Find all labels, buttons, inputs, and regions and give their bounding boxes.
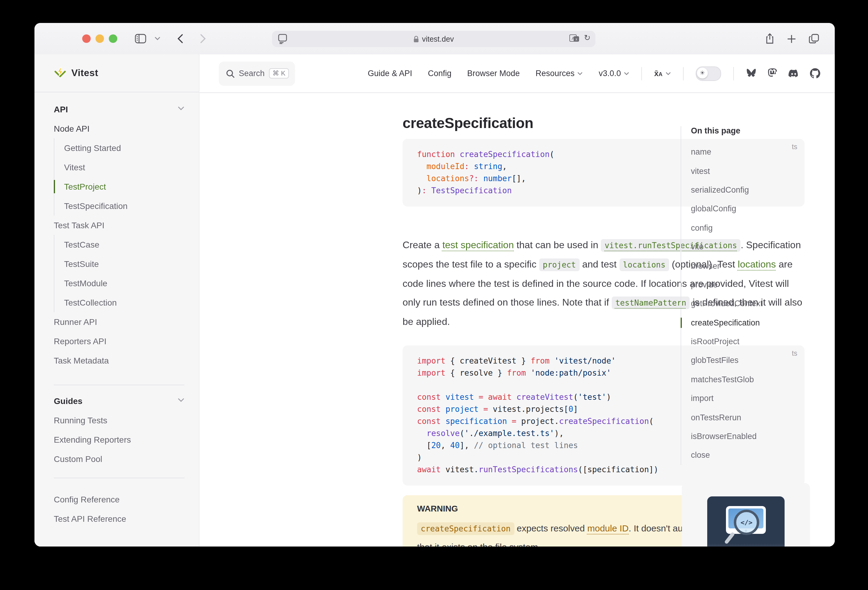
magnifier-code-icon: </> — [734, 510, 759, 535]
toc-item-getprovidedcontext[interactable]: getProvidedContext — [691, 294, 820, 313]
sidebar-item-testmodule[interactable]: TestModule — [55, 274, 199, 293]
toc-item-import[interactable]: import — [691, 389, 820, 408]
nav-divider — [733, 67, 734, 80]
browser-window: vitest.dev Ax ↻ — [34, 23, 835, 546]
close-button[interactable] — [82, 34, 91, 43]
toc-item-isbrowserenabled[interactable]: isBrowserEnabled — [691, 427, 820, 446]
toc-item-vite[interactable]: vite — [691, 237, 820, 256]
text-run: expects resolved — [514, 523, 587, 533]
back-icon[interactable] — [172, 31, 188, 46]
sidebar-item-testspecification[interactable]: TestSpecification — [55, 196, 199, 216]
chevron-down-icon — [178, 106, 185, 110]
sidebar-nav: APINode APIGetting StartedVitestTestProj… — [34, 93, 199, 528]
inline-code: project — [539, 259, 580, 271]
text-run: that can be used in — [514, 240, 601, 250]
sidebar-item-runner-api[interactable]: Runner API — [34, 312, 199, 331]
sidebar-item-test-api-reference[interactable]: Test API Reference — [34, 509, 199, 528]
toc-item-ontestsrerun[interactable]: onTestsRerun — [691, 408, 820, 427]
sidebar-item-testproject[interactable]: TestProject — [55, 177, 199, 196]
nav-dropdown-v3-0-0[interactable]: v3.0.0 — [599, 69, 630, 78]
toc-item-serializedconfig[interactable]: serializedConfig — [691, 181, 820, 200]
nav-link-config[interactable]: Config — [428, 69, 452, 78]
toc-item-config[interactable]: config — [691, 218, 820, 237]
toc-item-matchestestglob[interactable]: matchesTestGlob — [691, 370, 820, 389]
nav-divider — [683, 67, 683, 80]
sidebar-item-testcollection[interactable]: TestCollection — [55, 293, 199, 312]
nav-link-guide-api[interactable]: Guide & API — [368, 69, 412, 78]
toc-item-provide[interactable]: provide — [691, 275, 820, 294]
github-icon[interactable] — [810, 68, 820, 78]
mastodon-icon[interactable] — [768, 68, 777, 78]
theme-toggle[interactable]: ☀ — [696, 66, 721, 81]
vitest-logo-icon — [54, 67, 66, 79]
discord-icon[interactable] — [788, 69, 799, 78]
toc-item-isrootproject[interactable]: isRootProject — [691, 332, 820, 351]
sidebar-item-custom-pool[interactable]: Custom Pool — [34, 449, 199, 469]
toc-item-close[interactable]: close — [691, 446, 820, 465]
nav-link-browser-mode[interactable]: Browser Mode — [467, 69, 520, 78]
sidebar-item-getting-started[interactable]: Getting Started — [55, 138, 199, 157]
translate-icon: x̄A — [654, 69, 663, 78]
toc-item-vitest[interactable]: vitest — [691, 162, 820, 181]
sidebar-section-guides[interactable]: Guides — [34, 391, 199, 410]
text-run: and test — [579, 259, 619, 269]
sidebar-item-reporters-api[interactable]: Reporters API — [34, 331, 199, 351]
reload-icon[interactable]: ↻ — [584, 34, 590, 41]
search-kbd: ⌘ K — [269, 68, 289, 78]
sun-icon: ☀ — [697, 67, 708, 78]
text-run: Create a — [403, 240, 443, 250]
search-label: Search — [239, 69, 265, 78]
search-icon — [226, 69, 235, 78]
bluesky-icon[interactable] — [746, 69, 757, 78]
address-bar[interactable]: vitest.dev Ax ↻ — [272, 31, 595, 47]
toc-title: On this page — [691, 126, 820, 135]
chevron-down-icon[interactable] — [149, 31, 165, 46]
sidebar-item-testsuite[interactable]: TestSuite — [55, 254, 199, 274]
sidebar-divider — [54, 478, 185, 478]
minimize-button[interactable] — [96, 34, 104, 43]
sidebar-toggle-icon[interactable] — [132, 31, 148, 46]
search-input[interactable]: Search ⌘ K — [219, 61, 295, 85]
toc-item-browser[interactable]: browser — [691, 256, 820, 275]
inline-code-link-testnamepattern[interactable]: testNamePattern — [612, 297, 690, 309]
sidebar-section-api[interactable]: API — [34, 100, 199, 119]
sidebar-item-task-metadata[interactable]: Task Metadata — [34, 351, 199, 370]
inline-code: locations — [619, 259, 669, 271]
sidebar-item-running-tests[interactable]: Running Tests — [34, 410, 199, 430]
tab-overview-icon[interactable] — [806, 31, 821, 46]
toc-item-createspecification[interactable]: createSpecification — [691, 313, 820, 332]
toc-item-name[interactable]: name — [691, 143, 820, 162]
sidebar-item-test-task-api[interactable]: Test Task API — [34, 216, 199, 235]
toc-item-globtestfiles[interactable]: globTestFiles — [691, 351, 820, 370]
url-text: vitest.dev — [422, 35, 454, 43]
inline-link-test-specification[interactable]: test specification — [443, 240, 514, 250]
traffic-lights — [82, 34, 117, 43]
site-nav: Search ⌘ K Guide & APIConfigBrowser Mode… — [199, 54, 835, 93]
sidebar-group: Getting StartedVitestTestProjectTestSpec… — [54, 138, 199, 216]
sidebar-item-testcase[interactable]: TestCase — [55, 235, 199, 254]
inline-link-module-id[interactable]: module ID — [587, 523, 629, 533]
sidebar-item-node-api[interactable]: Node API — [34, 119, 199, 138]
code-inspection-illustration: </> — [707, 496, 785, 546]
browser-chrome: vitest.dev Ax ↻ — [34, 23, 835, 55]
nav-divider — [642, 67, 642, 80]
new-tab-icon[interactable] — [783, 31, 799, 46]
main-area: Search ⌘ K Guide & APIConfigBrowser Mode… — [199, 54, 835, 546]
nav-dropdown-resources[interactable]: Resources — [536, 69, 583, 78]
lock-icon — [413, 35, 419, 43]
zoom-button[interactable] — [109, 34, 117, 43]
share-icon[interactable] — [762, 31, 777, 46]
site-title: Vitest — [71, 68, 98, 78]
inline-code: createSpecification — [417, 522, 514, 535]
sidebar-item-extending-reporters[interactable]: Extending Reporters — [34, 430, 199, 449]
toc-item-globalconfig[interactable]: globalConfig — [691, 199, 820, 218]
sidebar-divider — [54, 385, 185, 385]
sidebar-item-config-reference[interactable]: Config Reference — [34, 490, 199, 509]
forward-icon[interactable] — [195, 31, 211, 46]
translate-icon[interactable]: Ax — [570, 33, 579, 42]
ad-card[interactable]: </> — [682, 483, 810, 546]
site-logo-row[interactable]: Vitest — [34, 54, 199, 93]
sidebar-group: TestCaseTestSuiteTestModuleTestCollectio… — [54, 235, 199, 312]
sidebar-item-vitest[interactable]: Vitest — [55, 157, 199, 177]
language-menu[interactable]: x̄A — [654, 69, 671, 78]
